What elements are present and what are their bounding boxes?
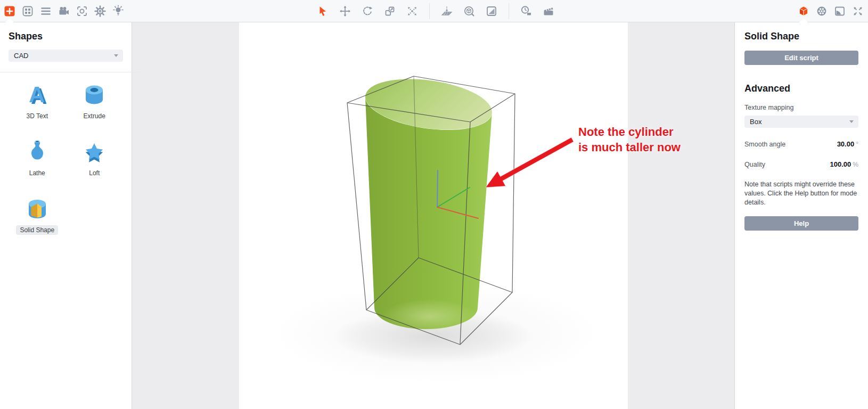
- shape-category-dropdown[interactable]: CAD: [9, 50, 123, 62]
- light-bulb-icon: [112, 5, 125, 18]
- lathe-icon: [23, 138, 51, 166]
- shape-item-label: Loft: [85, 168, 103, 178]
- solid-shape-icon: [23, 195, 51, 223]
- toolbar: [0, 0, 868, 22]
- shape-item-loft[interactable]: Loft: [66, 130, 124, 182]
- gear-icon: [94, 5, 107, 18]
- shape-category-value: CAD: [14, 52, 28, 60]
- divider: [0, 72, 140, 72]
- shapes-popover-caret: [5, 19, 14, 22]
- settings-button[interactable]: [92, 3, 108, 19]
- zoom-to-object-button[interactable]: [460, 3, 479, 19]
- snapshot-icon: [833, 5, 846, 18]
- quality-value[interactable]: 100.00%: [830, 160, 858, 168]
- free-transform-icon: [406, 5, 419, 18]
- scale-tool-button[interactable]: [380, 3, 399, 19]
- drop-to-floor-button[interactable]: [437, 3, 456, 19]
- shadow-icon: [485, 5, 498, 18]
- fullscreen-button[interactable]: [850, 3, 866, 19]
- viewport-canvas[interactable]: [239, 22, 628, 409]
- shape-item-label: Extrude: [80, 111, 109, 121]
- fullscreen-icon: [851, 5, 864, 18]
- free-transform-tool-button[interactable]: [403, 3, 422, 19]
- center-view-icon: [76, 5, 88, 18]
- move-icon: [339, 5, 351, 18]
- annotation-line-1: Note the cylinder: [578, 124, 681, 140]
- extrude-icon: [80, 81, 108, 109]
- camera-button[interactable]: [56, 3, 72, 19]
- add-shape-button[interactable]: [2, 3, 18, 19]
- shape-grid: AA 3D Text Extrude Lathe Loft Solid Shap…: [9, 73, 123, 239]
- cube-icon: [797, 5, 810, 18]
- shadow-catcher-button[interactable]: [482, 3, 501, 19]
- toolbar-right-group: [796, 3, 866, 19]
- animation-editor-button[interactable]: [539, 3, 558, 19]
- clapperboard-icon: [542, 5, 555, 18]
- annotation-text: Note the cylinder is much taller now: [578, 124, 681, 155]
- annotation-arrow: [486, 137, 574, 187]
- list-icon: [39, 5, 52, 18]
- advanced-section-title: Advanced: [744, 83, 858, 94]
- shapes-panel-title: Shapes: [9, 31, 123, 42]
- scale-icon: [383, 5, 396, 18]
- svg-text:A: A: [29, 82, 45, 107]
- annotation-line-2: is much taller now: [578, 140, 681, 155]
- smooth-angle-unit: °: [856, 141, 858, 148]
- toolbar-center-group: [313, 3, 558, 19]
- scripts-note: Note that scripts might override these v…: [744, 180, 858, 207]
- animation-time-button[interactable]: [517, 3, 536, 19]
- shape-item-label: 3D Text: [23, 111, 52, 121]
- inspector-popover-caret: [799, 19, 808, 22]
- drop-to-floor-icon: [440, 5, 453, 18]
- scene-list-button[interactable]: [38, 3, 54, 19]
- chevron-down-icon: [114, 54, 118, 57]
- quality-label: Quality: [744, 161, 765, 168]
- edit-script-button[interactable]: Edit script: [744, 51, 858, 65]
- smooth-angle-value[interactable]: 30.00°: [837, 140, 858, 148]
- shape-item-solid-shape[interactable]: Solid Shape: [9, 187, 66, 239]
- select-tool-button[interactable]: [313, 3, 332, 19]
- clock-icon: [520, 5, 533, 18]
- smooth-angle-row: Smooth angle 30.00°: [744, 140, 858, 148]
- smooth-angle-label: Smooth angle: [744, 141, 785, 148]
- film-reel-icon: [815, 5, 828, 18]
- toolbar-separator: [509, 3, 509, 19]
- texture-mapping-label: Texture mapping: [744, 104, 858, 111]
- toolbar-separator: [429, 3, 430, 19]
- center-view-button[interactable]: [74, 3, 90, 19]
- render-snapshot-button[interactable]: [832, 3, 848, 19]
- environment-light-button[interactable]: [110, 3, 126, 19]
- quality-row: Quality 100.00%: [744, 160, 858, 168]
- materials-panel-button[interactable]: [814, 3, 830, 19]
- library-button[interactable]: [20, 3, 36, 19]
- chevron-down-icon: [849, 120, 854, 123]
- zoom-to-object-icon: [463, 5, 476, 18]
- shape-item-extrude[interactable]: Extrude: [66, 73, 124, 125]
- shape-item-label: Solid Shape: [16, 225, 58, 235]
- cursor-icon: [316, 5, 329, 18]
- inspector-title: Solid Shape: [744, 31, 858, 42]
- library-grid-icon: [21, 5, 34, 18]
- loft-icon: [80, 138, 108, 166]
- shape-item-lathe[interactable]: Lathe: [9, 130, 66, 182]
- shapes-panel: Shapes CAD AA 3D Text Extrude Lathe Loft: [0, 22, 132, 409]
- rotate-icon: [361, 5, 374, 18]
- texture-mapping-dropdown[interactable]: Box: [744, 116, 858, 128]
- texture-mapping-value: Box: [750, 118, 761, 126]
- 3d-text-icon: AA: [23, 81, 51, 109]
- geometry-panel-button[interactable]: [796, 3, 812, 19]
- rotate-tool-button[interactable]: [358, 3, 377, 19]
- move-tool-button[interactable]: [335, 3, 355, 19]
- shape-item-3d-text[interactable]: AA 3D Text: [9, 73, 66, 125]
- toolbar-left-group: [2, 3, 126, 19]
- help-button[interactable]: Help: [744, 216, 858, 231]
- movie-camera-icon: [58, 5, 70, 18]
- inspector-panel: Solid Shape Edit script Advanced Texture…: [734, 22, 868, 409]
- add-shape-icon: [3, 5, 16, 18]
- shape-item-label: Lathe: [26, 168, 49, 178]
- quality-unit: %: [853, 161, 858, 168]
